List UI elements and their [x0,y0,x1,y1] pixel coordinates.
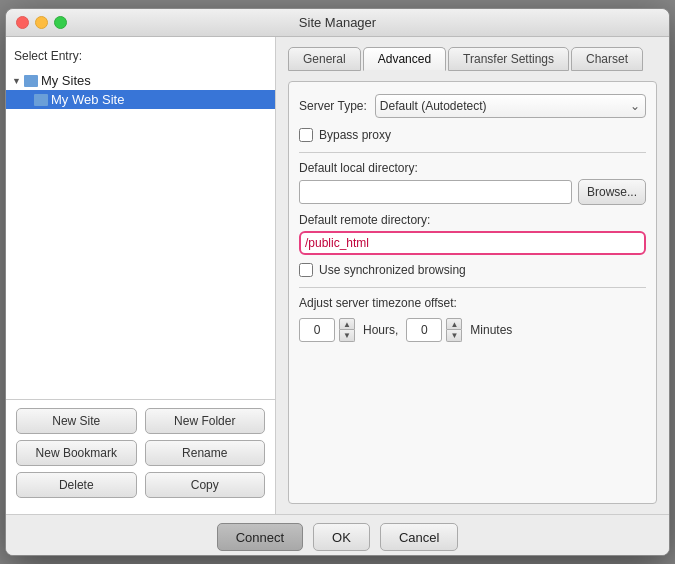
right-panel: General Advanced Transfer Settings Chars… [276,37,669,514]
connect-button[interactable]: Connect [217,523,303,551]
site-icon [34,94,48,106]
hours-down-arrow[interactable]: ▼ [339,330,355,342]
hours-input[interactable] [299,318,335,342]
bypass-proxy-row: Bypass proxy [299,128,646,142]
minutes-down-arrow[interactable]: ▼ [446,330,462,342]
hours-label: Hours, [363,323,398,337]
content-area: Select Entry: ▼ My Sites My Web Site New… [6,37,669,514]
bypass-proxy-checkbox[interactable] [299,128,313,142]
server-type-select[interactable]: Default (Autodetect) [375,94,646,118]
cancel-button[interactable]: Cancel [380,523,458,551]
hours-up-arrow[interactable]: ▲ [339,318,355,330]
maximize-button[interactable] [54,16,67,29]
tab-general[interactable]: General [288,47,361,71]
minutes-input[interactable] [406,318,442,342]
triangle-icon: ▼ [12,76,21,86]
minutes-up-arrow[interactable]: ▲ [446,318,462,330]
remote-dir-input[interactable] [299,231,646,255]
btn-row-2: New Bookmark Rename [16,440,265,466]
bottom-bar: Connect OK Cancel [6,514,669,555]
close-button[interactable] [16,16,29,29]
spacer-1 [299,205,646,213]
site-manager-window: Site Manager Select Entry: ▼ My Sites My… [5,8,670,556]
sync-browsing-row: Use synchronized browsing [299,263,646,277]
tree-item-label: My Web Site [51,92,124,107]
tab-advanced[interactable]: Advanced [363,47,446,71]
left-panel: Select Entry: ▼ My Sites My Web Site New… [6,37,276,514]
local-dir-label: Default local directory: [299,161,646,175]
tree-group-label: My Sites [41,73,91,88]
minutes-group: ▲ ▼ [406,318,462,342]
separator-2 [299,287,646,288]
tree-area: ▼ My Sites My Web Site [6,69,275,399]
tab-transfer-settings[interactable]: Transfer Settings [448,47,569,71]
btn-row-3: Delete Copy [16,472,265,498]
local-dir-row: Browse... [299,179,646,205]
ok-button[interactable]: OK [313,523,370,551]
window-title: Site Manager [299,15,376,30]
browse-button[interactable]: Browse... [578,179,646,205]
tabs: General Advanced Transfer Settings Chars… [288,47,657,71]
server-type-row: Server Type: Default (Autodetect) [299,94,646,118]
delete-button[interactable]: Delete [16,472,137,498]
tab-charset[interactable]: Charset [571,47,643,71]
titlebar: Site Manager [6,9,669,37]
rename-button[interactable]: Rename [145,440,266,466]
timezone-row: ▲ ▼ Hours, ▲ ▼ Minutes [299,318,646,342]
traffic-lights [16,16,67,29]
bypass-proxy-label: Bypass proxy [319,128,391,142]
folder-icon [24,75,38,87]
local-dir-input[interactable] [299,180,572,204]
hours-spinner: ▲ ▼ [339,318,355,342]
left-buttons: New Site New Folder New Bookmark Rename … [6,399,275,506]
timezone-label: Adjust server timezone offset: [299,296,646,310]
server-type-wrapper: Default (Autodetect) [375,94,646,118]
sync-browsing-label: Use synchronized browsing [319,263,466,277]
minutes-spinner: ▲ ▼ [446,318,462,342]
sync-browsing-checkbox[interactable] [299,263,313,277]
separator-1 [299,152,646,153]
minutes-label: Minutes [470,323,512,337]
new-folder-button[interactable]: New Folder [145,408,266,434]
advanced-panel-content: Server Type: Default (Autodetect) Bypass… [288,81,657,504]
copy-button[interactable]: Copy [145,472,266,498]
remote-dir-label: Default remote directory: [299,213,646,227]
tree-item-my-web-site[interactable]: My Web Site [6,90,275,109]
btn-row-1: New Site New Folder [16,408,265,434]
new-bookmark-button[interactable]: New Bookmark [16,440,137,466]
new-site-button[interactable]: New Site [16,408,137,434]
minimize-button[interactable] [35,16,48,29]
hours-group: ▲ ▼ [299,318,355,342]
server-type-label: Server Type: [299,99,367,113]
select-entry-label: Select Entry: [6,45,275,69]
remote-dir-highlighted [299,231,646,255]
tree-group-my-sites[interactable]: ▼ My Sites [6,71,275,90]
